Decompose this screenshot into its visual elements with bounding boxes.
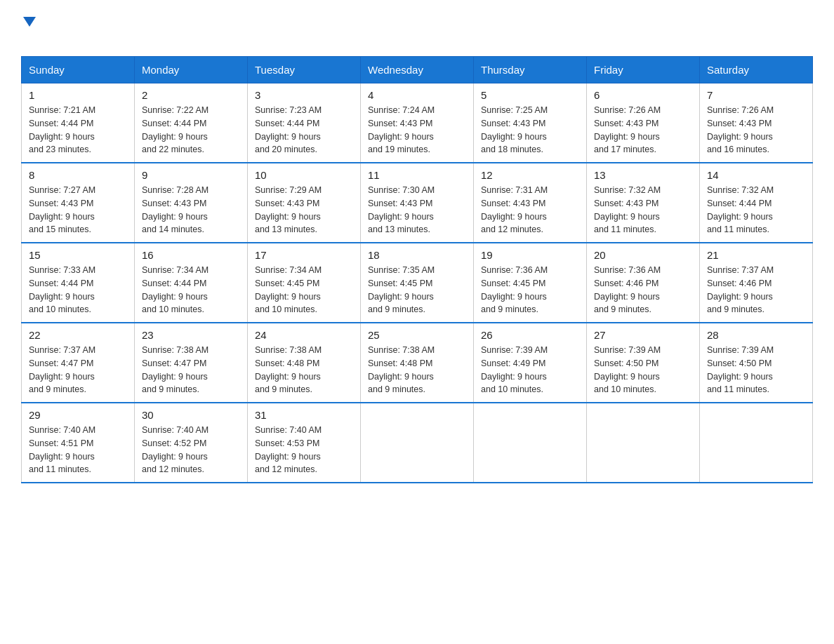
day-info: Sunrise: 7:40 AM Sunset: 4:53 PM Dayligh…: [255, 424, 353, 476]
day-number: 24: [255, 329, 353, 341]
day-number: 9: [142, 169, 240, 181]
day-info: Sunrise: 7:27 AM Sunset: 4:43 PM Dayligh…: [29, 184, 127, 236]
calendar-cell: 17 Sunrise: 7:34 AM Sunset: 4:45 PM Dayl…: [248, 243, 361, 323]
day-info: Sunrise: 7:35 AM Sunset: 4:45 PM Dayligh…: [368, 264, 466, 316]
header-row: SundayMondayTuesdayWednesdayThursdayFrid…: [22, 57, 813, 83]
day-number: 27: [594, 329, 692, 341]
calendar-cell: 9 Sunrise: 7:28 AM Sunset: 4:43 PM Dayli…: [135, 163, 248, 243]
calendar-cell: 20 Sunrise: 7:36 AM Sunset: 4:46 PM Dayl…: [587, 243, 700, 323]
calendar-cell: 2 Sunrise: 7:22 AM Sunset: 4:44 PM Dayli…: [135, 83, 248, 163]
day-info: Sunrise: 7:30 AM Sunset: 4:43 PM Dayligh…: [368, 184, 466, 236]
calendar-cell: 7 Sunrise: 7:26 AM Sunset: 4:43 PM Dayli…: [700, 83, 813, 163]
calendar-week-1: 1 Sunrise: 7:21 AM Sunset: 4:44 PM Dayli…: [22, 83, 813, 163]
day-info: Sunrise: 7:38 AM Sunset: 4:47 PM Dayligh…: [142, 344, 240, 396]
logo-arrow-icon: [23, 17, 36, 27]
calendar-cell: 10 Sunrise: 7:29 AM Sunset: 4:43 PM Dayl…: [248, 163, 361, 243]
day-number: 13: [594, 169, 692, 181]
day-info: Sunrise: 7:26 AM Sunset: 4:43 PM Dayligh…: [594, 104, 692, 156]
day-info: Sunrise: 7:29 AM Sunset: 4:43 PM Dayligh…: [255, 184, 353, 236]
day-info: Sunrise: 7:38 AM Sunset: 4:48 PM Dayligh…: [255, 344, 353, 396]
day-number: 3: [255, 89, 353, 101]
day-number: 2: [142, 89, 240, 101]
day-number: 18: [368, 249, 466, 261]
header-wednesday: Wednesday: [361, 57, 474, 83]
header-sunday: Sunday: [22, 57, 135, 83]
calendar-cell: 30 Sunrise: 7:40 AM Sunset: 4:52 PM Dayl…: [135, 403, 248, 483]
page-header: [21, 14, 813, 45]
day-info: Sunrise: 7:39 AM Sunset: 4:50 PM Dayligh…: [707, 344, 805, 396]
calendar-cell: 29 Sunrise: 7:40 AM Sunset: 4:51 PM Dayl…: [22, 403, 135, 483]
day-info: Sunrise: 7:32 AM Sunset: 4:44 PM Dayligh…: [707, 184, 805, 236]
day-info: Sunrise: 7:28 AM Sunset: 4:43 PM Dayligh…: [142, 184, 240, 236]
calendar-cell: 3 Sunrise: 7:23 AM Sunset: 4:44 PM Dayli…: [248, 83, 361, 163]
calendar-cell: 11 Sunrise: 7:30 AM Sunset: 4:43 PM Dayl…: [361, 163, 474, 243]
day-number: 11: [368, 169, 466, 181]
day-info: Sunrise: 7:22 AM Sunset: 4:44 PM Dayligh…: [142, 104, 240, 156]
calendar-cell: 18 Sunrise: 7:35 AM Sunset: 4:45 PM Dayl…: [361, 243, 474, 323]
calendar-cell: 26 Sunrise: 7:39 AM Sunset: 4:49 PM Dayl…: [474, 323, 587, 403]
day-info: Sunrise: 7:34 AM Sunset: 4:45 PM Dayligh…: [255, 264, 353, 316]
day-info: Sunrise: 7:31 AM Sunset: 4:43 PM Dayligh…: [481, 184, 579, 236]
calendar-week-4: 22 Sunrise: 7:37 AM Sunset: 4:47 PM Dayl…: [22, 323, 813, 403]
calendar-table: SundayMondayTuesdayWednesdayThursdayFrid…: [21, 56, 813, 483]
day-info: Sunrise: 7:32 AM Sunset: 4:43 PM Dayligh…: [594, 184, 692, 236]
calendar-cell: 19 Sunrise: 7:36 AM Sunset: 4:45 PM Dayl…: [474, 243, 587, 323]
header-friday: Friday: [587, 57, 700, 83]
day-number: 28: [707, 329, 805, 341]
day-info: Sunrise: 7:36 AM Sunset: 4:46 PM Dayligh…: [594, 264, 692, 316]
day-info: Sunrise: 7:38 AM Sunset: 4:48 PM Dayligh…: [368, 344, 466, 396]
calendar-cell: 5 Sunrise: 7:25 AM Sunset: 4:43 PM Dayli…: [474, 83, 587, 163]
calendar-week-3: 15 Sunrise: 7:33 AM Sunset: 4:44 PM Dayl…: [22, 243, 813, 323]
calendar-cell: 28 Sunrise: 7:39 AM Sunset: 4:50 PM Dayl…: [700, 323, 813, 403]
calendar-cell: 13 Sunrise: 7:32 AM Sunset: 4:43 PM Dayl…: [587, 163, 700, 243]
day-number: 22: [29, 329, 127, 341]
calendar-cell: 15 Sunrise: 7:33 AM Sunset: 4:44 PM Dayl…: [22, 243, 135, 323]
day-info: Sunrise: 7:34 AM Sunset: 4:44 PM Dayligh…: [142, 264, 240, 316]
calendar-cell: 12 Sunrise: 7:31 AM Sunset: 4:43 PM Dayl…: [474, 163, 587, 243]
day-number: 4: [368, 89, 466, 101]
calendar-cell: 22 Sunrise: 7:37 AM Sunset: 4:47 PM Dayl…: [22, 323, 135, 403]
day-number: 29: [29, 409, 127, 421]
day-number: 7: [707, 89, 805, 101]
day-info: Sunrise: 7:40 AM Sunset: 4:52 PM Dayligh…: [142, 424, 240, 476]
calendar-cell: 27 Sunrise: 7:39 AM Sunset: 4:50 PM Dayl…: [587, 323, 700, 403]
calendar-cell: [361, 403, 474, 483]
day-number: 30: [142, 409, 240, 421]
calendar-cell: 16 Sunrise: 7:34 AM Sunset: 4:44 PM Dayl…: [135, 243, 248, 323]
day-info: Sunrise: 7:39 AM Sunset: 4:50 PM Dayligh…: [594, 344, 692, 396]
calendar-cell: 21 Sunrise: 7:37 AM Sunset: 4:46 PM Dayl…: [700, 243, 813, 323]
day-number: 19: [481, 249, 579, 261]
day-info: Sunrise: 7:23 AM Sunset: 4:44 PM Dayligh…: [255, 104, 353, 156]
header-tuesday: Tuesday: [248, 57, 361, 83]
day-number: 16: [142, 249, 240, 261]
calendar-week-5: 29 Sunrise: 7:40 AM Sunset: 4:51 PM Dayl…: [22, 403, 813, 483]
calendar-cell: 31 Sunrise: 7:40 AM Sunset: 4:53 PM Dayl…: [248, 403, 361, 483]
day-info: Sunrise: 7:37 AM Sunset: 4:47 PM Dayligh…: [29, 344, 127, 396]
day-info: Sunrise: 7:36 AM Sunset: 4:45 PM Dayligh…: [481, 264, 579, 316]
day-number: 14: [707, 169, 805, 181]
header-thursday: Thursday: [474, 57, 587, 83]
day-number: 10: [255, 169, 353, 181]
day-number: 15: [29, 249, 127, 261]
day-number: 31: [255, 409, 353, 421]
day-number: 1: [29, 89, 127, 101]
day-number: 20: [594, 249, 692, 261]
calendar-cell: 14 Sunrise: 7:32 AM Sunset: 4:44 PM Dayl…: [700, 163, 813, 243]
calendar-cell: 8 Sunrise: 7:27 AM Sunset: 4:43 PM Dayli…: [22, 163, 135, 243]
day-number: 17: [255, 249, 353, 261]
calendar-header: SundayMondayTuesdayWednesdayThursdayFrid…: [22, 57, 813, 83]
calendar-cell: 25 Sunrise: 7:38 AM Sunset: 4:48 PM Dayl…: [361, 323, 474, 403]
day-info: Sunrise: 7:37 AM Sunset: 4:46 PM Dayligh…: [707, 264, 805, 316]
day-number: 23: [142, 329, 240, 341]
calendar-cell: [700, 403, 813, 483]
logo: [21, 14, 36, 45]
calendar-cell: [474, 403, 587, 483]
day-info: Sunrise: 7:21 AM Sunset: 4:44 PM Dayligh…: [29, 104, 127, 156]
calendar-cell: 1 Sunrise: 7:21 AM Sunset: 4:44 PM Dayli…: [22, 83, 135, 163]
day-number: 6: [594, 89, 692, 101]
calendar-week-2: 8 Sunrise: 7:27 AM Sunset: 4:43 PM Dayli…: [22, 163, 813, 243]
day-info: Sunrise: 7:24 AM Sunset: 4:43 PM Dayligh…: [368, 104, 466, 156]
day-number: 21: [707, 249, 805, 261]
day-info: Sunrise: 7:33 AM Sunset: 4:44 PM Dayligh…: [29, 264, 127, 316]
day-number: 5: [481, 89, 579, 101]
